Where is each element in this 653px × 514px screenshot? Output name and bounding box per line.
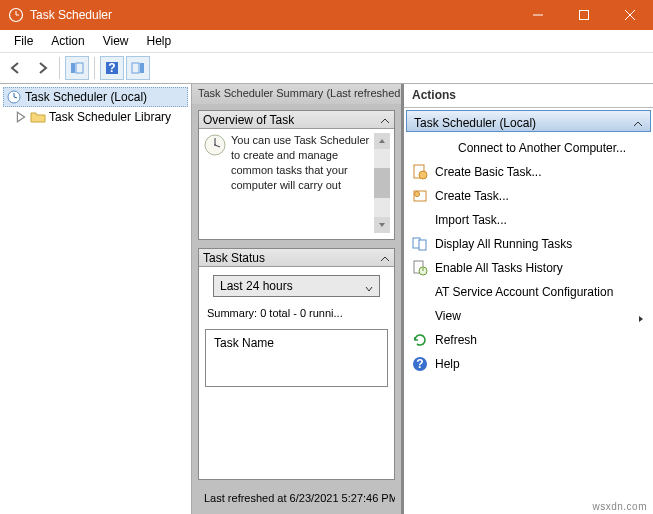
- overview-text: You can use Task Scheduler to create and…: [231, 133, 370, 233]
- create-task-icon: [412, 188, 428, 204]
- help-icon: ?: [412, 356, 428, 372]
- history-icon: [412, 260, 428, 276]
- status-range-dropdown[interactable]: Last 24 hours: [213, 275, 380, 297]
- action-label: Connect to Another Computer...: [458, 141, 626, 155]
- window-title: Task Scheduler: [30, 8, 515, 22]
- scroll-up-icon[interactable]: [374, 133, 390, 149]
- last-refreshed-text: Last refreshed at 6/23/2021 5:27:46 PM: [198, 488, 395, 508]
- refresh-icon: [412, 332, 428, 348]
- svg-rect-12: [140, 63, 144, 73]
- action-label: View: [435, 309, 461, 323]
- action-import[interactable]: Import Task...: [408, 208, 649, 232]
- tree-library[interactable]: Task Scheduler Library: [3, 107, 188, 127]
- toolbar-separator: [59, 57, 60, 79]
- help-toolbar-button[interactable]: ?: [100, 56, 124, 80]
- action-label: Import Task...: [435, 213, 507, 227]
- summary-panel: Task Scheduler Summary (Last refreshed O…: [192, 84, 402, 514]
- action-enable-history[interactable]: Enable All Tasks History: [408, 256, 649, 280]
- svg-text:?: ?: [108, 61, 115, 75]
- basic-task-icon: [412, 164, 428, 180]
- console-tree: Task Scheduler (Local) Task Scheduler Li…: [0, 84, 192, 514]
- menu-file[interactable]: File: [6, 32, 41, 50]
- status-range-value: Last 24 hours: [220, 279, 293, 293]
- action-refresh[interactable]: Refresh: [408, 328, 649, 352]
- svg-point-23: [415, 192, 420, 197]
- svg-rect-7: [71, 63, 75, 73]
- actions-scope[interactable]: Task Scheduler (Local): [406, 110, 651, 132]
- action-label: Refresh: [435, 333, 477, 347]
- overview-title: Overview of Task: [203, 113, 294, 127]
- status-summary: Summary: 0 total - 0 runni...: [205, 307, 388, 319]
- task-status-group: Task Status Last 24 hours Summary: 0 tot…: [198, 248, 395, 480]
- minimize-button[interactable]: [515, 0, 561, 30]
- task-name-label: Task Name: [214, 336, 274, 350]
- svg-rect-11: [132, 63, 139, 73]
- action-label: Help: [435, 357, 460, 371]
- running-tasks-icon: [412, 236, 428, 252]
- svg-rect-4: [580, 11, 589, 20]
- collapse-icon[interactable]: [380, 115, 390, 125]
- overview-group: Overview of Task You can use Task Schedu…: [198, 110, 395, 240]
- expander-icon[interactable]: [15, 111, 27, 123]
- app-icon: [8, 7, 24, 23]
- maximize-button[interactable]: [561, 0, 607, 30]
- scroll-down-icon[interactable]: [374, 217, 390, 233]
- tree-root-label: Task Scheduler (Local): [25, 90, 147, 104]
- action-label: Create Basic Task...: [435, 165, 542, 179]
- action-help[interactable]: ? Help: [408, 352, 649, 376]
- action-connect[interactable]: Connect to Another Computer...: [408, 136, 649, 160]
- show-hide-tree-button[interactable]: [65, 56, 89, 80]
- actions-scope-label: Task Scheduler (Local): [414, 116, 536, 130]
- toolbar: ?: [0, 52, 653, 84]
- menu-help[interactable]: Help: [139, 32, 180, 50]
- action-display-running[interactable]: Display All Running Tasks: [408, 232, 649, 256]
- chevron-down-icon: [365, 282, 373, 290]
- folder-icon: [30, 109, 46, 125]
- computer-icon: [435, 140, 451, 156]
- svg-point-21: [419, 171, 427, 179]
- titlebar: Task Scheduler: [0, 0, 653, 30]
- actions-panel: Actions Task Scheduler (Local) Connect t…: [402, 84, 653, 514]
- task-status-title: Task Status: [203, 251, 265, 265]
- svg-text:?: ?: [416, 357, 423, 371]
- action-create-basic[interactable]: Create Basic Task...: [408, 160, 649, 184]
- svg-rect-8: [76, 63, 83, 73]
- watermark: wsxdn.com: [592, 501, 647, 512]
- close-button[interactable]: [607, 0, 653, 30]
- svg-rect-25: [419, 240, 426, 250]
- action-label: Display All Running Tasks: [435, 237, 572, 251]
- action-label: Create Task...: [435, 189, 509, 203]
- clock-icon: [203, 133, 227, 157]
- actions-header: Actions: [404, 84, 653, 108]
- tree-library-label: Task Scheduler Library: [49, 110, 171, 124]
- overview-scrollbar[interactable]: [374, 133, 390, 233]
- scroll-thumb[interactable]: [374, 168, 390, 198]
- menu-view[interactable]: View: [95, 32, 137, 50]
- task-name-box[interactable]: Task Name: [205, 329, 388, 387]
- forward-button[interactable]: [30, 56, 54, 80]
- action-label: AT Service Account Configuration: [435, 285, 613, 299]
- action-view[interactable]: View: [408, 304, 649, 328]
- menubar: File Action View Help: [0, 30, 653, 52]
- submenu-arrow-icon: [637, 312, 645, 320]
- main-content: Task Scheduler (Local) Task Scheduler Li…: [0, 84, 653, 514]
- back-button[interactable]: [4, 56, 28, 80]
- action-label: Enable All Tasks History: [435, 261, 563, 275]
- scheduler-icon: [6, 89, 22, 105]
- action-at-service[interactable]: AT Service Account Configuration: [408, 280, 649, 304]
- action-pane-button[interactable]: [126, 56, 150, 80]
- menu-action[interactable]: Action: [43, 32, 92, 50]
- summary-header: Task Scheduler Summary (Last refreshed: [192, 84, 401, 104]
- toolbar-separator: [94, 57, 95, 79]
- action-create-task[interactable]: Create Task...: [408, 184, 649, 208]
- collapse-icon[interactable]: [380, 253, 390, 263]
- collapse-icon[interactable]: [633, 118, 643, 128]
- tree-root[interactable]: Task Scheduler (Local): [3, 87, 188, 107]
